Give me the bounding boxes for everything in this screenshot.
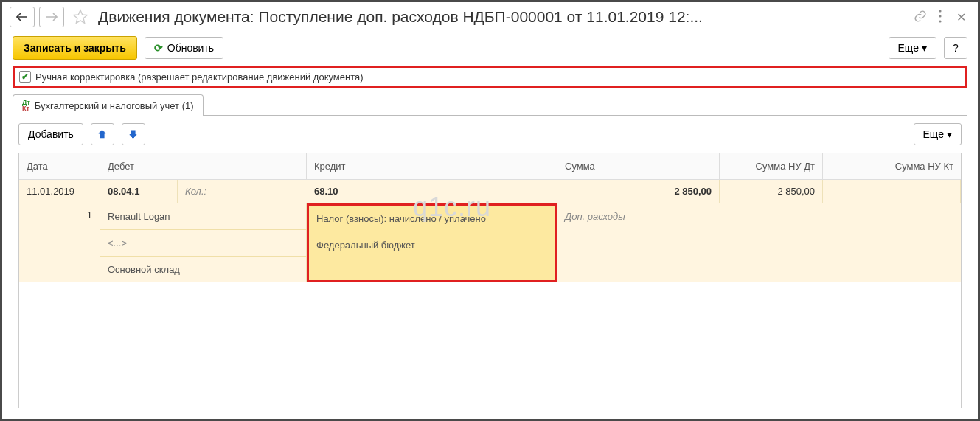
help-button[interactable]: ? <box>944 37 967 59</box>
arrow-left-icon <box>16 13 28 21</box>
svg-point-1 <box>939 15 941 17</box>
col-sum-nu-kt[interactable]: Сумма НУ Кт <box>823 153 961 179</box>
grid-toolbar: Добавить 🡅 🡇 Еще ▾ <box>2 116 978 153</box>
move-up-button[interactable]: 🡅 <box>91 123 114 145</box>
link-icon[interactable] <box>914 10 927 25</box>
cell-row-number: 1 <box>19 203 100 226</box>
col-credit[interactable]: Кредит <box>307 153 557 179</box>
window-title: Движения документа: Поступление доп. рас… <box>98 8 905 26</box>
kebab-menu-icon[interactable] <box>939 10 942 25</box>
col-date[interactable]: Дата <box>19 153 100 179</box>
document-window: Движения документа: Поступление доп. рас… <box>0 0 980 421</box>
refresh-icon: ⟳ <box>154 42 163 54</box>
col-sum-nu-dt[interactable]: Сумма НУ Дт <box>720 153 823 179</box>
credit-subconto-column: Налог (взносы): начислено / уплачено Фед… <box>307 203 557 282</box>
more-button-top[interactable]: Еще ▾ <box>889 37 937 59</box>
chevron-down-icon: ▾ <box>922 42 927 54</box>
title-bar: Движения документа: Поступление доп. рас… <box>2 2 978 32</box>
close-button[interactable]: ✕ <box>956 10 966 24</box>
debit-subconto-3[interactable]: Основной склад <box>100 257 307 282</box>
debit-subconto-2[interactable]: <...> <box>100 230 307 257</box>
check-icon: ✔ <box>21 72 29 82</box>
svg-point-0 <box>939 10 941 12</box>
entries-grid: Дата Дебет Кредит Сумма Сумма НУ Дт Сумм… <box>18 153 962 408</box>
add-button[interactable]: Добавить <box>18 123 83 145</box>
entry-row-header[interactable]: 11.01.2019 08.04.1 Кол.: 68.10 2 850,00 … <box>19 180 961 203</box>
credit-subconto-2[interactable]: Федеральный бюджет <box>309 232 555 280</box>
cell-date[interactable]: 11.01.2019 <box>19 180 100 203</box>
refresh-button[interactable]: ⟳ Обновить <box>145 37 223 59</box>
cell-debit-account[interactable]: 08.04.1 <box>100 180 178 203</box>
debit-subconto-1[interactable]: Renault Logan <box>100 203 307 230</box>
tab-accounting[interactable]: ДтКт Бухгалтерский и налоговый учет (1) <box>13 94 204 116</box>
col-debit[interactable]: Дебет <box>100 153 307 179</box>
dt-kt-icon: ДтКт <box>22 100 30 111</box>
save-and-close-button[interactable]: Записать и закрыть <box>13 36 137 60</box>
cell-debit-qty-label[interactable]: Кол.: <box>178 180 307 203</box>
cell-sum-nu-kt[interactable] <box>823 180 961 203</box>
cell-sum-nu-dt[interactable]: 2 850,00 <box>720 180 823 203</box>
cell-sum[interactable]: 2 850,00 <box>557 180 720 203</box>
col-sum[interactable]: Сумма <box>557 153 720 179</box>
manual-adjust-row: ✔ Ручная корректировка (разрешает редакт… <box>13 66 967 88</box>
more-button-grid[interactable]: Еще ▾ <box>914 123 962 145</box>
sum-note-cell[interactable]: Доп. расходы <box>557 203 720 282</box>
tab-label: Бухгалтерский и налоговый учет (1) <box>35 100 194 111</box>
arrow-down-icon: 🡇 <box>128 129 138 140</box>
arrow-right-icon <box>46 13 58 21</box>
refresh-label: Обновить <box>167 42 214 54</box>
manual-adjust-checkbox[interactable]: ✔ <box>19 71 31 83</box>
command-bar: Записать и закрыть ⟳ Обновить Еще ▾ ? <box>2 32 978 64</box>
svg-point-2 <box>939 20 941 22</box>
grid-body: 11.01.2019 08.04.1 Кол.: 68.10 2 850,00 … <box>19 180 961 408</box>
tabs-bar: ДтКт Бухгалтерский и налоговый учет (1) <box>13 94 967 116</box>
grid-header: Дата Дебет Кредит Сумма Сумма НУ Дт Сумм… <box>19 153 961 180</box>
nav-forward-button[interactable] <box>39 7 64 27</box>
move-down-button[interactable]: 🡇 <box>122 123 145 145</box>
nav-back-button[interactable] <box>10 7 35 27</box>
favorite-star-icon[interactable] <box>72 8 89 26</box>
arrow-up-icon: 🡅 <box>97 129 107 140</box>
credit-subconto-1[interactable]: Налог (взносы): начислено / уплачено <box>309 206 555 232</box>
debit-subconto-column: Renault Logan <...> Основной склад <box>100 203 307 282</box>
cell-credit-account[interactable]: 68.10 <box>307 180 557 203</box>
chevron-down-icon: ▾ <box>947 128 952 140</box>
entry-subrows: 1 Renault Logan <...> Основной склад Нал… <box>19 203 961 282</box>
manual-adjust-label: Ручная корректировка (разрешает редактир… <box>35 72 364 83</box>
